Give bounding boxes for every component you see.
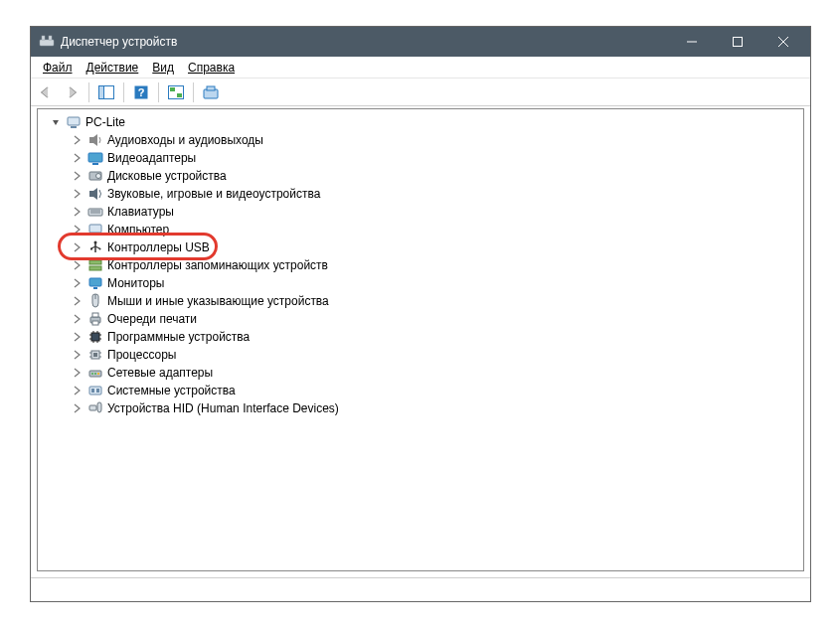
expand-icon[interactable]	[72, 313, 84, 325]
expand-icon[interactable]	[72, 206, 84, 218]
tree-item-label: Клавиатуры	[107, 205, 174, 219]
menu-action[interactable]: Действие	[81, 59, 145, 77]
svg-rect-13	[177, 93, 182, 97]
tree-item[interactable]: Системные устройства	[40, 382, 801, 399]
expand-icon[interactable]	[72, 224, 84, 236]
expand-icon[interactable]	[72, 402, 84, 414]
expand-icon[interactable]	[72, 349, 84, 361]
expand-icon[interactable]	[72, 331, 84, 343]
svg-rect-0	[40, 40, 54, 46]
keyboard-icon	[87, 204, 103, 220]
menu-file-label: Файл	[43, 61, 73, 75]
printer-icon	[87, 311, 103, 327]
tree-item-label: Программные устройства	[107, 330, 250, 344]
menu-help-label: Справка	[188, 61, 235, 75]
display-icon	[87, 150, 103, 166]
tree-item[interactable]: Звуковые, игровые и видеоустройства	[40, 185, 801, 203]
expand-icon[interactable]	[72, 385, 84, 396]
toolbar-separator	[193, 82, 194, 102]
tree-item[interactable]: Видеоадаптеры	[40, 149, 801, 167]
tree-root-row[interactable]: PC-Lite	[40, 113, 801, 131]
tree-item[interactable]: Мыши и иные указывающие устройства	[40, 292, 801, 310]
tree-item-label: Системные устройства	[107, 384, 236, 397]
device-manager-window: Диспетчер устройств Файл Действие Вид Сп…	[30, 26, 811, 602]
svg-rect-17	[71, 126, 77, 128]
help-button[interactable]: ?	[130, 81, 152, 103]
svg-rect-15	[207, 86, 215, 90]
tree-item[interactable]: Компьютер	[40, 221, 801, 238]
tree-item-label: Видеоадаптеры	[107, 151, 196, 165]
titlebar: Диспетчер устройств	[31, 27, 810, 57]
back-button[interactable]	[35, 81, 57, 103]
system-icon	[87, 383, 103, 398]
svg-rect-1	[42, 36, 45, 40]
tree-item[interactable]: Устройства HID (Human Interface Devices)	[40, 399, 801, 417]
storage-icon	[87, 257, 103, 273]
tree-item-label: Сетевые адаптеры	[107, 366, 213, 380]
hid-icon	[87, 400, 103, 416]
menu-file[interactable]: Файл	[37, 59, 79, 77]
menu-help[interactable]: Справка	[182, 59, 241, 77]
tree-item[interactable]: Контроллеры запоминающих устройств	[40, 256, 801, 274]
expand-icon[interactable]	[72, 259, 84, 271]
expand-icon[interactable]	[72, 295, 84, 307]
expand-icon[interactable]	[72, 170, 84, 182]
tree-item-label: Аудиовходы и аудиовыходы	[107, 133, 263, 147]
svg-text:?: ?	[138, 86, 145, 98]
expand-icon[interactable]	[72, 188, 84, 200]
menubar: Файл Действие Вид Справка	[31, 57, 810, 79]
tree-item[interactable]: Дисковые устройства	[40, 167, 801, 185]
tree-item[interactable]: Клавиатуры	[40, 203, 801, 221]
svg-rect-2	[49, 36, 52, 40]
show-hide-tree-button[interactable]	[95, 81, 117, 103]
toolbar: ?	[31, 79, 810, 106]
svg-rect-4	[734, 38, 743, 47]
toolbar-separator	[123, 82, 124, 102]
minimize-button[interactable]	[669, 27, 715, 57]
tree-item-label: Контроллеры USB	[107, 240, 210, 254]
cpu-icon	[87, 347, 103, 363]
tree-item[interactable]: Сетевые адаптеры	[40, 364, 801, 382]
menu-view[interactable]: Вид	[146, 59, 180, 77]
forward-button[interactable]	[61, 81, 83, 103]
tree-item-label: Контроллеры запоминающих устройств	[107, 258, 328, 272]
tree-item[interactable]: Очереди печати	[40, 310, 801, 328]
tree-item-label: Мыши и иные указывающие устройства	[107, 294, 329, 308]
tree-item-label: Устройства HID (Human Interface Devices)	[107, 401, 339, 415]
computer-icon	[87, 222, 103, 237]
tree-item[interactable]: Аудиовходы и аудиовыходы	[40, 131, 801, 149]
expand-icon[interactable]	[72, 367, 84, 379]
tree-item-label: Мониторы	[107, 276, 164, 290]
svg-rect-12	[170, 87, 175, 91]
maximize-button[interactable]	[715, 27, 760, 57]
expand-icon[interactable]	[72, 152, 84, 164]
menu-action-label: Действие	[86, 61, 139, 75]
tree-item[interactable]: Процессоры	[40, 346, 801, 364]
toolbar-separator	[158, 82, 159, 102]
mouse-icon	[87, 293, 103, 309]
tree-item[interactable]: Программные устройства	[40, 328, 801, 346]
toolbar-separator	[88, 82, 89, 102]
expand-icon[interactable]	[72, 241, 84, 253]
tree-item[interactable]: Контроллеры USB	[40, 238, 801, 256]
app-icon	[39, 34, 55, 50]
usb-icon	[87, 239, 103, 255]
close-button[interactable]	[760, 27, 806, 57]
tree-item-label: Дисковые устройства	[107, 169, 227, 183]
tree-item[interactable]: Мониторы	[40, 274, 801, 292]
device-tree[interactable]: PC-Lite Аудиовходы и аудиовыходыВидеоада…	[37, 108, 804, 571]
statusbar	[31, 577, 810, 601]
network-icon	[87, 365, 103, 381]
svg-rect-16	[68, 117, 80, 125]
computer-icon	[66, 114, 82, 130]
scan-hardware-button[interactable]	[165, 81, 187, 103]
expand-icon[interactable]	[72, 134, 84, 146]
collapse-icon[interactable]	[50, 116, 62, 128]
expand-icon[interactable]	[72, 277, 84, 289]
update-driver-button[interactable]	[200, 81, 222, 103]
tree-item-label: Очереди печати	[107, 312, 197, 326]
monitor-icon	[87, 275, 103, 291]
disk-icon	[87, 168, 103, 184]
tree-item-label: Компьютер	[107, 223, 169, 237]
audio-icon	[87, 132, 103, 148]
